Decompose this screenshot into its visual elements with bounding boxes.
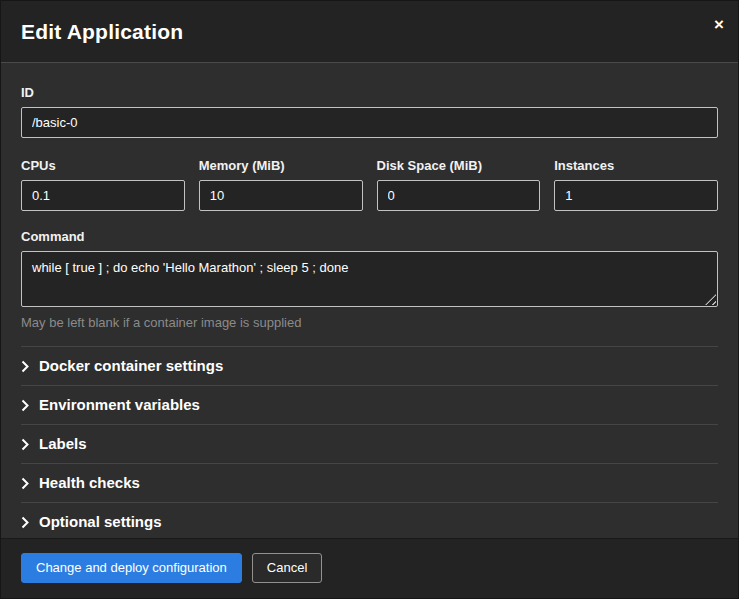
command-textarea[interactable]: while [ true ] ; do echo 'Hello Marathon…	[21, 251, 718, 307]
collapsible-sections: Docker container settings Environment va…	[21, 346, 718, 538]
memory-input[interactable]	[199, 180, 363, 211]
modal-footer: Change and deploy configuration Cancel	[1, 538, 738, 598]
section-docker-container-settings[interactable]: Docker container settings	[21, 346, 718, 385]
modal-header: Edit Application ×	[1, 1, 738, 63]
section-label: Health checks	[39, 474, 140, 492]
command-help-text: May be left blank if a container image i…	[21, 315, 718, 331]
cpus-field-group: CPUs	[21, 158, 185, 211]
disk-space-field-group: Disk Space (MiB)	[377, 158, 541, 211]
instances-input[interactable]	[554, 180, 718, 211]
id-field-group: ID	[21, 85, 718, 138]
chevron-right-icon	[21, 438, 39, 451]
chevron-right-icon	[21, 477, 39, 490]
cancel-button[interactable]: Cancel	[252, 553, 322, 583]
chevron-right-icon	[21, 399, 39, 412]
id-label: ID	[21, 85, 718, 100]
section-label: Environment variables	[39, 396, 200, 414]
instances-field-group: Instances	[554, 158, 718, 211]
command-label: Command	[21, 229, 718, 244]
section-label: Docker container settings	[39, 357, 223, 375]
section-labels[interactable]: Labels	[21, 424, 718, 463]
disk-space-input[interactable]	[377, 180, 541, 211]
instances-label: Instances	[554, 158, 718, 173]
modal-title: Edit Application	[21, 20, 183, 44]
command-textarea-wrap: while [ true ] ; do echo 'Hello Marathon…	[21, 251, 718, 307]
section-environment-variables[interactable]: Environment variables	[21, 385, 718, 424]
section-health-checks[interactable]: Health checks	[21, 463, 718, 502]
close-icon[interactable]: ×	[714, 16, 724, 33]
change-and-deploy-button[interactable]: Change and deploy configuration	[21, 553, 242, 583]
memory-label: Memory (MiB)	[199, 158, 363, 173]
id-input[interactable]	[21, 107, 718, 138]
disk-space-label: Disk Space (MiB)	[377, 158, 541, 173]
command-field-group: Command while [ true ] ; do echo 'Hello …	[21, 229, 718, 331]
cpus-input[interactable]	[21, 180, 185, 211]
chevron-right-icon	[21, 360, 39, 373]
edit-application-modal: Edit Application × ID CPUs Memory (MiB) …	[0, 0, 739, 599]
modal-body: ID CPUs Memory (MiB) Disk Space (MiB) In…	[1, 63, 738, 538]
chevron-right-icon	[21, 516, 39, 529]
cpus-label: CPUs	[21, 158, 185, 173]
memory-field-group: Memory (MiB)	[199, 158, 363, 211]
section-label: Labels	[39, 435, 87, 453]
section-label: Optional settings	[39, 513, 162, 531]
resources-row: CPUs Memory (MiB) Disk Space (MiB) Insta…	[21, 158, 718, 211]
section-optional-settings[interactable]: Optional settings	[21, 502, 718, 538]
